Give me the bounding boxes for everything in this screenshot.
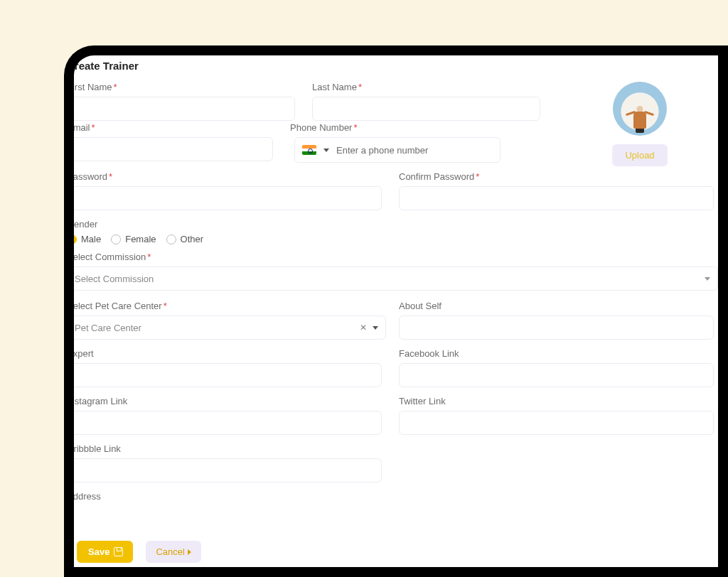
confirm-password-input[interactable]: [399, 186, 714, 210]
modal-title: Create Trainer: [74, 60, 718, 77]
select-commission-label: Select Commission*: [74, 252, 718, 262]
dribbble-label: Dribbble Link: [74, 443, 386, 454]
chevron-down-icon: [705, 277, 710, 281]
phone-input[interactable]: [336, 145, 493, 156]
cancel-button[interactable]: Cancel: [146, 541, 200, 563]
twitter-label: Twitter Link: [399, 396, 718, 406]
radio-icon: [111, 234, 121, 244]
gender-radio-group: Male Female Other: [74, 234, 718, 244]
phone-label: Phone Number*: [290, 122, 500, 133]
instagram-label: Instagram Link: [74, 396, 386, 406]
address-label: Address: [74, 491, 718, 502]
gender-option-other[interactable]: Other: [166, 234, 204, 244]
chevron-right-icon: [188, 549, 191, 555]
dribbble-input[interactable]: [74, 458, 382, 482]
gender-option-male[interactable]: Male: [74, 234, 101, 244]
instagram-input[interactable]: [74, 411, 382, 435]
save-icon: [114, 547, 123, 556]
gender-option-female[interactable]: Female: [111, 234, 156, 244]
phone-field[interactable]: [294, 137, 500, 163]
form-body: First Name* Last Name* U: [74, 77, 718, 535]
avatar-image: [613, 82, 667, 136]
clear-icon[interactable]: ✕: [360, 323, 367, 333]
gender-label: Gender: [74, 219, 718, 230]
save-button[interactable]: Save: [77, 541, 133, 563]
last-name-input[interactable]: [312, 97, 540, 121]
about-self-label: About Self: [399, 301, 718, 311]
radio-icon: [166, 234, 176, 244]
pet-care-center-dropdown[interactable]: Pet Care Center ✕: [74, 316, 386, 340]
select-commission-dropdown[interactable]: Select Commission: [74, 266, 718, 291]
avatar-section: Upload: [562, 82, 718, 166]
first-name-label: First Name*: [74, 82, 299, 92]
first-name-input[interactable]: [74, 97, 295, 121]
password-input[interactable]: [74, 186, 382, 210]
pet-care-center-label: Select Pet Care Center*: [74, 301, 386, 311]
upload-button[interactable]: Upload: [612, 144, 667, 166]
about-self-input[interactable]: [399, 316, 714, 340]
email-label: Email*: [74, 122, 277, 133]
flag-india-icon[interactable]: [302, 145, 316, 155]
password-label: Password*: [74, 171, 386, 182]
email-input[interactable]: [74, 137, 273, 161]
expert-label: Expert: [74, 348, 386, 359]
last-name-label: Last Name*: [312, 82, 545, 92]
device-frame: Create Trainer First Name* Last Name*: [64, 45, 728, 577]
twitter-input[interactable]: [399, 411, 714, 435]
facebook-label: Facebook Link: [399, 348, 718, 359]
create-trainer-modal: Create Trainer First Name* Last Name*: [74, 60, 718, 567]
facebook-input[interactable]: [399, 363, 714, 387]
expert-input[interactable]: [74, 363, 382, 387]
confirm-password-label: Confirm Password*: [399, 171, 718, 182]
radio-selected-icon: [74, 234, 77, 244]
screen: Create Trainer First Name* Last Name*: [74, 55, 718, 567]
chevron-down-icon: [373, 326, 378, 330]
country-dropdown-icon[interactable]: [323, 149, 329, 152]
modal-footer: Save Cancel: [74, 541, 718, 563]
